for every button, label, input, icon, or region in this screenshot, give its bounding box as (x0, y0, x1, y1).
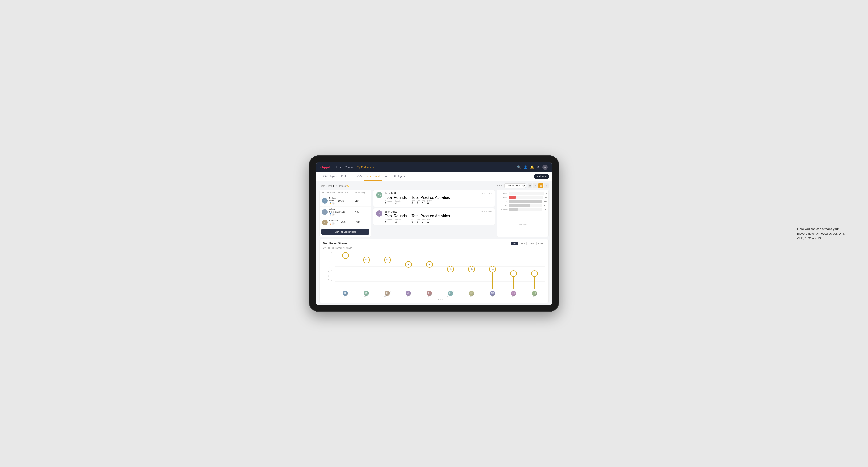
player-col: ECE. Crossman (440, 289, 461, 298)
stat-numbers: Total Rounds Tournament 8 Practice (385, 195, 492, 205)
player-col: DBD. Billingham (377, 289, 398, 298)
player-score: 19/20 (338, 199, 354, 202)
rank-badge: 🥉 3 (329, 222, 340, 225)
stat-info: Rees Britt 02 Sep 2023 Total Rounds Tour… (385, 192, 492, 205)
player-col: JCJ. Coles (398, 289, 419, 298)
stat-name: Rees Britt (385, 192, 396, 195)
bubble: 4x (468, 266, 475, 272)
table-view-icon[interactable]: ↓ (544, 183, 549, 188)
stat-name: Josh Coles (385, 210, 397, 213)
bubble-chart: Best Streak, Fairway Accuracy 8 6 4 2 (323, 251, 545, 289)
avatar: JC (376, 210, 382, 217)
nav-my-performance[interactable]: My Performance (357, 166, 376, 168)
tournament-value: 7 (385, 220, 394, 223)
view-leaderboard-button[interactable]: View Full Leaderboard (321, 229, 369, 235)
settings-icon[interactable]: ⚙ (537, 165, 540, 169)
nav-right: 🔍 👤 🔔 ⚙ U (517, 165, 548, 170)
stat-date: 02 Sep 2023 (481, 192, 492, 194)
player-name: Cameron... (329, 220, 340, 222)
tab-pga[interactable]: PGA (339, 172, 348, 181)
app-value: 0 (416, 220, 420, 223)
stat-date: 26 Aug 2023 (481, 211, 492, 213)
avatar: RB (322, 198, 328, 204)
streak-tab-app[interactable]: APP (519, 242, 527, 245)
bar-label-bogeys: Bogeys (499, 205, 508, 206)
bar-label-pars: Pars (499, 200, 508, 202)
activities-label: Total Practice Activities (411, 195, 450, 199)
y-axis: Best Streak, Fairway Accuracy (323, 251, 335, 289)
player-avg: 103 (356, 221, 370, 224)
bell-icon[interactable]: 🔔 (530, 165, 534, 169)
app-label: APP (416, 200, 420, 202)
nav-home[interactable]: Home (335, 166, 342, 168)
grid-label: 8 (331, 251, 332, 253)
grid-label: 6 (331, 261, 332, 262)
tab-team-clippd[interactable]: Team Clippd (364, 172, 382, 181)
grid-label: 4 (331, 270, 332, 272)
putt-label: PUTT (427, 200, 432, 202)
bar-value-pars: 499 (544, 200, 547, 202)
table-row: EC Edward Crossman 🥈 2 18/20 107 (319, 207, 371, 218)
arg-label: ARG (422, 219, 425, 220)
player-col: CQC. Quick (524, 289, 545, 298)
nav-teams[interactable]: Teams (346, 166, 353, 168)
app-group: APP 0 (416, 200, 420, 205)
player-info: RB Richard Butler 🏅 1 (322, 197, 338, 205)
period-select[interactable]: Last 3 months (504, 184, 526, 188)
leaderboard-panel: PLAYER NAME PB SCORE PB AVG SQ RB Richar… (319, 190, 371, 237)
player-score: 17/20 (340, 221, 356, 224)
player-avg: 107 (355, 211, 369, 214)
y-axis-label: Best Streak, Fairway Accuracy (328, 261, 330, 280)
rank-badge: 🥈 2 (329, 213, 339, 216)
tournament-label: Tournament (385, 200, 394, 202)
bar-label-birdies: Birdies (499, 196, 508, 198)
search-icon[interactable]: 🔍 (517, 165, 521, 169)
rank-number: 3 (332, 222, 335, 225)
bar-track (509, 204, 542, 207)
stat-numbers: Total Rounds Tournament 7 Practice (385, 214, 492, 223)
streaks-section: Best Round Streaks OTT APP ARG PUTT Off … (319, 239, 549, 303)
ott-group: OTT 0 (411, 219, 415, 223)
player-col: EEE. Ebert (335, 289, 356, 298)
practice-value: 2 (395, 220, 401, 223)
two-col-layout: PLAYER NAME PB SCORE PB AVG SQ RB Richar… (319, 190, 549, 237)
player-name: Richard Butler (329, 197, 338, 201)
tab-hcaps[interactable]: Hcaps 1-5 (349, 172, 364, 181)
rank-badge: 🏅 1 (329, 202, 338, 205)
arg-value: 0 (422, 220, 425, 223)
tab-pgat-players[interactable]: PGAT Players (319, 172, 339, 181)
person-icon[interactable]: 👤 (524, 165, 527, 169)
tournament-label: Tournament (385, 219, 394, 220)
bubble: 4x (447, 266, 454, 272)
grid-view-icon[interactable]: ⊞ (528, 183, 532, 188)
bar-fill-bogeys (509, 204, 530, 207)
bar-value-dbogeys: 131 (544, 209, 547, 210)
bar-fill-pars (509, 200, 542, 203)
tab-all-players[interactable]: All Players (391, 172, 407, 181)
bar-label-eagles: Eagles (499, 192, 508, 194)
avatar: RB (376, 192, 382, 198)
app-label: APP (416, 219, 420, 220)
annotation-box: Here you can see streaks your players ha… (797, 227, 849, 241)
streak-tab-arg[interactable]: ARG (528, 242, 535, 245)
bubble: 4x (489, 266, 496, 272)
team-title: Team Clippd | 14 Players ✏️ (319, 184, 349, 188)
team-header: Team Clippd | 14 Players ✏️ Show Last 3 … (319, 183, 549, 188)
ott-label: OTT (411, 219, 415, 220)
tab-tour[interactable]: Tour (382, 172, 391, 181)
user-avatar[interactable]: U (542, 165, 548, 170)
players-label: Players (335, 298, 545, 300)
streak-tab-putt[interactable]: PUTT (536, 242, 545, 245)
tournament-value: 8 (385, 202, 394, 205)
list-view-icon[interactable]: ≡ (533, 183, 538, 188)
stat-card-rees: RB Rees Britt 02 Sep 2023 Total Rounds (373, 190, 495, 207)
ott-group: OTT 0 (411, 200, 415, 205)
streak-tab-ott[interactable]: OTT (511, 242, 518, 245)
team-name-label: Team Clippd | 14 Players ✏️ (319, 185, 349, 187)
card-view-icon[interactable]: ▦ (538, 183, 543, 188)
gold-badge-icon: 🏅 (329, 202, 331, 204)
add-team-button[interactable]: Add Team (534, 174, 549, 179)
streaks-title: Best Round Streaks (323, 242, 348, 245)
player-info: C Cameron... 🥉 3 (322, 220, 340, 225)
bar-row-birdies: Birdies 96 (499, 196, 547, 199)
